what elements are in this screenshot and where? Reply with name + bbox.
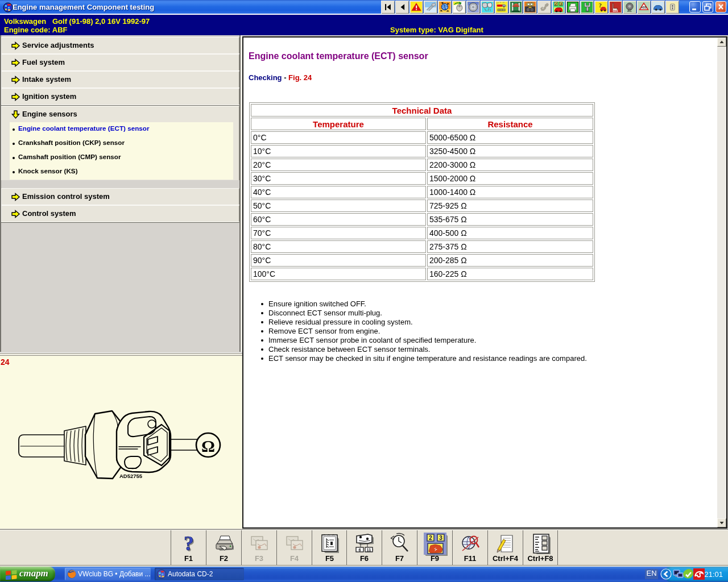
svg-text:6: 6 <box>358 547 361 552</box>
svg-text:Ω: Ω <box>201 436 215 455</box>
svg-text:AD52755: AD52755 <box>119 473 143 479</box>
svg-text:SRS: SRS <box>613 10 618 13</box>
svg-text:11: 11 <box>367 547 371 552</box>
svg-text:3: 3 <box>560 2 562 6</box>
svg-text:2: 2 <box>555 2 557 6</box>
svg-text:?: ? <box>184 533 194 555</box>
svg-text:A/C: A/C <box>627 10 632 13</box>
svg-text:ABS: ABS <box>641 6 647 9</box>
svg-text:3: 3 <box>439 535 442 541</box>
svg-text:2: 2 <box>429 535 432 541</box>
